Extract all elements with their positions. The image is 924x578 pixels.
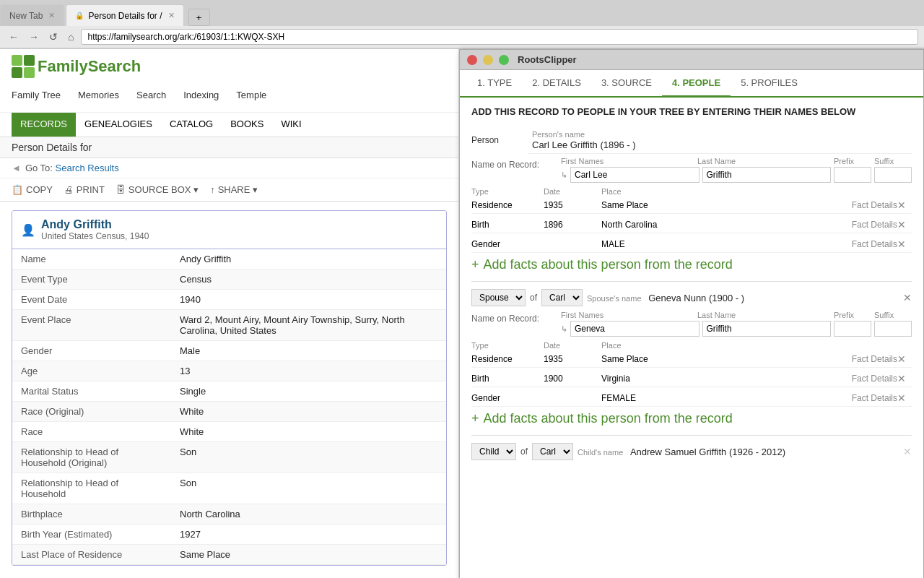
nav-forward-button[interactable]: → xyxy=(26,30,42,44)
goto-link[interactable]: Search Results xyxy=(56,163,119,173)
record-card-header: 👤 Andy Griffith United States Census, 19… xyxy=(12,211,446,249)
fs-nav-memories[interactable]: Memories xyxy=(78,87,119,103)
spouse1-add-facts[interactable]: + Add facts about this person from the r… xyxy=(471,411,912,426)
fs-logo-text: FamilySearch xyxy=(38,57,141,76)
fs-nav-search[interactable]: Search xyxy=(136,87,166,103)
child1-type-select[interactable]: Child xyxy=(471,443,516,460)
tab-new[interactable]: New Tab ✕ xyxy=(0,4,64,26)
table-value: 1927 xyxy=(171,525,446,545)
p1-place-header: Place xyxy=(601,187,840,196)
tab-fs-close[interactable]: ✕ xyxy=(168,11,175,20)
person1-fact-headers: Type Date Place xyxy=(471,187,912,196)
action-sourcebox[interactable]: 🗄 SOURCE BOX ▾ xyxy=(116,184,199,195)
p1-f1-details[interactable]: Fact Details xyxy=(840,220,897,230)
table-value: Same Place xyxy=(171,545,446,565)
spouse1-fn-input[interactable] xyxy=(570,321,699,337)
s1-x-header xyxy=(897,341,912,350)
tab-wiki[interactable]: WIKI xyxy=(272,113,310,137)
spouse1-nor-label: Name on Record: xyxy=(471,311,558,324)
s1-f1-x[interactable]: ✕ xyxy=(897,373,912,384)
spouse1-prefix-input[interactable] xyxy=(834,321,871,337)
person1-ln-label: Last Name xyxy=(697,157,831,165)
spouse1-ln-input[interactable] xyxy=(702,321,832,337)
table-row: Race (Original)White xyxy=(12,402,446,422)
p1-f2-x[interactable]: ✕ xyxy=(897,238,912,250)
p1-date-header: Date xyxy=(544,187,601,196)
fs-nav-family-tree[interactable]: Family Tree xyxy=(12,87,61,103)
p1-f1-x[interactable]: ✕ xyxy=(897,219,912,230)
person1-add-facts[interactable]: + Add facts about this person from the r… xyxy=(471,257,912,272)
copy-label: COPY xyxy=(26,184,53,195)
wm-minimize-button[interactable] xyxy=(483,55,493,65)
table-value: 1940 xyxy=(171,290,446,310)
fs-box-tr xyxy=(24,55,35,66)
wizard-tab-type[interactable]: 1. TYPE xyxy=(467,70,522,96)
fs-nav: Family Tree Memories Search Indexing Tem… xyxy=(12,84,447,106)
record-tabs: RECORDS GENEALOGIES CATALOG BOOKS WIKI xyxy=(0,113,458,137)
share-icon: ↑ xyxy=(210,184,215,195)
nav-home-button[interactable]: ⌂ xyxy=(65,30,77,44)
person-separator-1 xyxy=(471,281,912,282)
wizard-tab-details[interactable]: 2. DETAILS xyxy=(522,70,591,96)
s1-f0-x[interactable]: ✕ xyxy=(897,353,912,365)
child1-of-person-select[interactable]: Carl xyxy=(532,443,573,460)
person1-suffix-input[interactable] xyxy=(874,167,912,183)
wizard-tab-source[interactable]: 3. SOURCE xyxy=(591,70,662,96)
sourcebox-label: SOURCE BOX ▾ xyxy=(128,184,199,195)
record-actions: 📋 COPY 🖨 PRINT 🗄 SOURCE BOX ▾ ↑ SHARE ▾ xyxy=(0,178,458,202)
main-layout: FamilySearch Family Tree Memories Search… xyxy=(0,49,924,578)
s1-f2-x[interactable]: ✕ xyxy=(897,392,912,404)
spouse1-of-person-select[interactable]: Carl xyxy=(541,289,583,306)
wm-close-button[interactable] xyxy=(467,55,477,65)
spouse1-add-facts-plus-icon: + xyxy=(471,411,479,426)
spouse1-suffix-label: Suffix xyxy=(874,311,912,319)
s1-f0-details[interactable]: Fact Details xyxy=(840,354,897,364)
wm-maximize-button[interactable] xyxy=(499,55,509,65)
wizard-tab-profiles[interactable]: 5. PROFILES xyxy=(731,70,808,96)
person1-ln-input[interactable] xyxy=(702,167,832,183)
table-row: GenderMale xyxy=(12,341,446,361)
spouse1-type-select[interactable]: Spouse xyxy=(471,289,526,306)
p1-f0-details[interactable]: Fact Details xyxy=(840,200,897,210)
spouse1-rel-row: Spouse of Carl Spouse's name Geneva Nunn… xyxy=(471,289,912,306)
p1-f2-details[interactable]: Fact Details xyxy=(840,239,897,249)
p1-f0-x[interactable]: ✕ xyxy=(897,199,912,211)
url-input[interactable] xyxy=(81,29,918,45)
wizard-tab-people[interactable]: 4. PEOPLE xyxy=(662,70,731,98)
record-person-icon: 👤 xyxy=(21,223,35,237)
tab-records[interactable]: RECORDS xyxy=(12,113,76,137)
table-field: Marital Status xyxy=(12,381,171,402)
table-value: Single xyxy=(171,381,446,402)
goto-arrow-icon: ◄ xyxy=(12,163,21,173)
spouse1-x-button[interactable]: ✕ xyxy=(903,292,912,303)
spouse1-nor-section: Name on Record: First Names Last Name Pr… xyxy=(471,311,912,337)
s1-f2-details[interactable]: Fact Details xyxy=(840,393,897,403)
action-print[interactable]: 🖨 PRINT xyxy=(64,184,105,195)
nav-back-button[interactable]: ← xyxy=(6,30,22,44)
new-tab-button[interactable]: + xyxy=(188,9,210,26)
person1-prefix-input[interactable] xyxy=(834,167,871,183)
p1-x-header xyxy=(897,187,912,196)
spouse1-fact-2: Gender FEMALE Fact Details ✕ xyxy=(471,390,912,407)
action-copy[interactable]: 📋 COPY xyxy=(12,184,53,195)
spouse1-suffix-input[interactable] xyxy=(874,321,912,337)
table-row: RaceWhite xyxy=(12,422,446,442)
fs-nav-temple[interactable]: Temple xyxy=(236,87,266,103)
fs-nav-indexing[interactable]: Indexing xyxy=(183,87,219,103)
tab-genealogies[interactable]: GENEALOGIES xyxy=(76,113,161,137)
nav-refresh-button[interactable]: ↺ xyxy=(46,30,61,44)
child1-rel-row: Child of Carl Child's name Andrew Samuel… xyxy=(471,443,912,460)
table-value: 13 xyxy=(171,361,446,381)
tab-books[interactable]: BOOKS xyxy=(222,113,272,137)
tab-familysearch[interactable]: 🔒 Person Details for / ✕ xyxy=(66,4,183,26)
action-share[interactable]: ↑ SHARE ▾ xyxy=(210,184,258,195)
spouse1-fn-label: First Names xyxy=(561,311,694,319)
s1-f0-date: 1935 xyxy=(544,354,601,364)
s1-f1-details[interactable]: Fact Details xyxy=(840,374,897,384)
table-field: Last Place of Residence xyxy=(12,545,171,565)
person1-fn-input[interactable] xyxy=(570,167,699,183)
tab-new-close[interactable]: ✕ xyxy=(48,11,55,20)
fs-header: FamilySearch Family Tree Memories Search… xyxy=(0,49,458,113)
tab-catalog[interactable]: CATALOG xyxy=(161,113,222,137)
spouse1-of-label: of xyxy=(530,293,537,303)
